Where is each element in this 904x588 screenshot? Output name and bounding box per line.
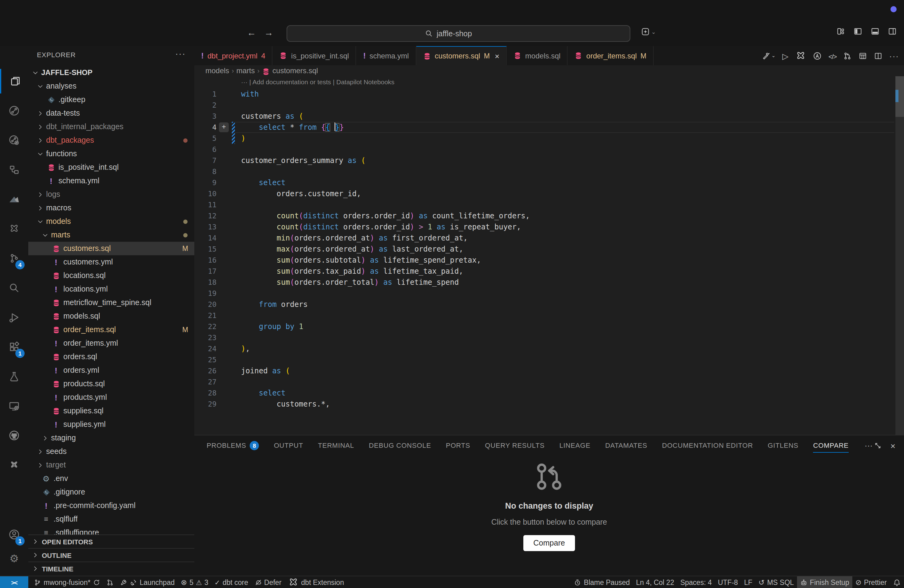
activity-item-dbt-filled[interactable] (0, 453, 28, 477)
panel-tab-compare[interactable]: COMPARE (813, 435, 849, 456)
tree-item-sqlfluff[interactable]: ≡.sqlfluff (28, 512, 194, 526)
panel-tab-terminal[interactable]: TERMINAL (318, 435, 354, 456)
workspace-root-folder[interactable]: JAFFLE-SHOP (28, 66, 194, 79)
tab-dbt-project-yml[interactable]: !dbt_project.yml4 (194, 46, 273, 65)
maximize-panel-icon[interactable] (874, 442, 882, 450)
panel-tab-gitlens[interactable]: GITLENS (768, 435, 798, 456)
activity-item-remote-explorer[interactable] (0, 394, 28, 418)
tree-item-order-items-sql[interactable]: order_items.sqlM (28, 323, 194, 337)
tree-item-gitignore[interactable]: .gitignore (28, 485, 194, 499)
panel-more-tabs-button[interactable]: ··· (864, 441, 872, 450)
editor-action-split-editor[interactable] (874, 51, 882, 60)
activity-item-datamates[interactable] (0, 158, 28, 182)
status-notifications[interactable] (890, 576, 904, 588)
compare-button[interactable]: Compare (524, 535, 575, 551)
panel-tab-query-results[interactable]: QUERY RESULTS (485, 435, 545, 456)
tree-item-locations-yml[interactable]: !locations.yml (28, 282, 194, 296)
editor-action-build[interactable]: ⌄ (762, 51, 776, 60)
tree-item-logs[interactable]: logs (28, 188, 194, 201)
nav-forward-button[interactable]: → (262, 27, 275, 38)
activity-item-source-control[interactable]: 4 (0, 246, 28, 270)
status-indentation[interactable]: Spaces: 4 (677, 576, 714, 588)
tree-item-env[interactable]: ⚙.env (28, 472, 194, 485)
copilot-button[interactable]: ⌄ (641, 27, 656, 36)
tree-item-is-positive-int-sql[interactable]: is_positive_int.sql (28, 161, 194, 174)
editor-action-more-actions[interactable]: ··· (889, 50, 899, 61)
editor-action-compiled-code[interactable]: </> (828, 50, 836, 61)
activity-item-testing[interactable] (0, 364, 28, 389)
tab-customers-sql[interactable]: customers.sqlM× (416, 46, 507, 65)
tree-item-marts[interactable]: marts (28, 228, 194, 242)
tab-schema-yml[interactable]: !schema.yml (356, 46, 416, 65)
status-language-mode[interactable]: ↺MS SQL (755, 576, 797, 588)
tree-item-dbt-internal-packages[interactable]: dbt_internal_packages (28, 120, 194, 133)
add-line-action-button[interactable]: + (219, 122, 229, 132)
editor-action-run[interactable]: ▷ (782, 50, 789, 61)
close-icon[interactable]: × (495, 51, 499, 60)
activity-item-search[interactable] (0, 275, 28, 300)
tree-item-functions[interactable]: functions (28, 147, 194, 161)
tree-item-macros[interactable]: macros (28, 201, 194, 215)
tree-item-schema-yml[interactable]: !schema.yml (28, 174, 194, 188)
tree-item-dbt-packages[interactable]: dbt_packages (28, 133, 194, 147)
activity-item-gitlens-inspect[interactable] (0, 128, 28, 153)
editor-scrollbar[interactable] (895, 76, 904, 435)
sidebar-section-open-editors[interactable]: OPEN EDITORS (28, 534, 194, 548)
status-finish-setup[interactable]: Finish Setup (797, 576, 852, 588)
tree-item-supplies-sql[interactable]: supplies.sql (28, 404, 194, 417)
status-remote[interactable]: >< (0, 576, 28, 588)
panel-right-icon[interactable] (888, 27, 897, 36)
sidebar-section-timeline[interactable]: TIMELINE (28, 561, 194, 575)
nav-back-button[interactable]: ← (245, 27, 258, 38)
editor-action-dbt-action[interactable] (795, 50, 806, 61)
status-encoding[interactable]: UTF-8 (715, 576, 741, 588)
panel-tab-problems[interactable]: PROBLEMS8 (207, 435, 259, 456)
layout-grid-icon[interactable] (836, 27, 845, 36)
tree-item-order-items-yml[interactable]: !order_items.yml (28, 337, 194, 350)
breadcrumb-item[interactable]: models (205, 66, 229, 75)
panel-left-icon[interactable] (853, 27, 862, 36)
panel-tab-ports[interactable]: PORTS (446, 435, 470, 456)
status-cursor-position[interactable]: Ln 4, Col 22 (633, 576, 677, 588)
tree-item-products-sql[interactable]: products.sql (28, 377, 194, 390)
activity-item-accounts[interactable]: 1 (0, 522, 28, 547)
tree-item-orders-sql[interactable]: orders.sql (28, 350, 194, 364)
status-branch[interactable]: mwong-fusion* (31, 576, 103, 588)
panel-tab-output[interactable]: OUTPUT (274, 435, 303, 456)
status-problems[interactable]: ⊗5⚠3 (178, 576, 212, 588)
panel-tab-debug-console[interactable]: DEBUG CONSOLE (369, 435, 431, 456)
tree-item-orders-yml[interactable]: !orders.yml (28, 364, 194, 377)
tab-is-positive-int-sql[interactable]: is_positive_int.sql (273, 46, 356, 65)
sidebar-section-outline[interactable]: OUTLINE (28, 548, 194, 561)
breadcrumb-item[interactable]: marts (237, 66, 255, 75)
activity-item-extensions[interactable]: 1 (0, 335, 28, 359)
status-launchpad[interactable]: Launchpad (117, 576, 178, 588)
tree-item-analyses[interactable]: analyses (28, 79, 194, 93)
breadcrumb[interactable]: models›marts›customers.sql (194, 65, 904, 76)
panel-bottom-icon[interactable] (871, 27, 879, 36)
command-center-search[interactable] (286, 25, 631, 42)
tab-order-items-sql[interactable]: order_items.sqlM (568, 46, 654, 65)
tab-models-sql[interactable]: models.sql (507, 46, 568, 65)
tree-item-gitkeep[interactable]: .gitkeep (28, 93, 194, 106)
codelens[interactable]: ··· | Add documentation or tests | Datap… (241, 78, 395, 85)
tree-item-sqlfluffignore[interactable]: ≡.sqlfluffignore (28, 526, 194, 534)
breadcrumb-item[interactable]: customers.sql (272, 66, 318, 75)
sidebar-more-actions-button[interactable]: ··· (175, 49, 186, 58)
search-input[interactable] (437, 29, 492, 38)
status-eol[interactable]: LF (741, 576, 755, 588)
editor-action-query-results[interactable] (858, 51, 867, 60)
activity-item-github[interactable] (0, 423, 28, 448)
tree-item-staging[interactable]: staging (28, 431, 194, 445)
activity-item-commit-graph[interactable] (0, 98, 28, 123)
activity-item-dbt-power-user[interactable] (0, 217, 28, 241)
status-defer[interactable]: Defer (251, 576, 284, 588)
status-dbt-core[interactable]: ✓dbt core (212, 576, 251, 588)
close-panel-icon[interactable]: × (890, 441, 895, 450)
panel-tab-documentation-editor[interactable]: DOCUMENTATION EDITOR (662, 435, 753, 456)
tree-item-target[interactable]: target (28, 458, 194, 472)
tree-item-locations-sql[interactable]: locations.sql (28, 269, 194, 282)
tree-item-customers-sql[interactable]: customers.sqlM (28, 242, 194, 255)
status-dbt-extension[interactable]: dbt Extension (284, 576, 347, 588)
panel-tab-datamates[interactable]: DATAMATES (605, 435, 647, 456)
